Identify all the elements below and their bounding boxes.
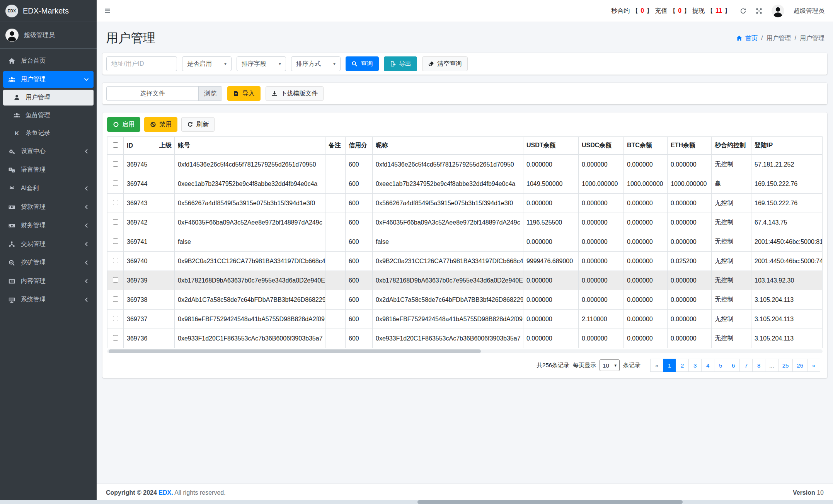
table-row: 3697420xF46035F66ba09A3c52Aee8e972bf1488… xyxy=(107,213,823,232)
pagination-page[interactable]: 3 xyxy=(688,359,702,372)
table-horizontal-scrollbar[interactable] xyxy=(107,349,823,353)
cell-usdt: 0.000000 xyxy=(523,290,579,310)
cell-ip: 67.4.143.75 xyxy=(751,213,823,232)
pagination-page[interactable]: 5 xyxy=(714,359,727,372)
sort-order-select[interactable]: 排序方式▾ xyxy=(291,56,341,71)
cell-parent xyxy=(156,271,175,290)
sidebar-item-ai-arbitrage[interactable]: AI套利 xyxy=(3,180,94,197)
breadcrumb-home-link[interactable]: 首页 xyxy=(736,34,758,43)
row-select-checkbox[interactable] xyxy=(113,296,118,302)
scrollbar-thumb[interactable] xyxy=(109,349,481,353)
scrollbar-thumb[interactable] xyxy=(417,500,683,504)
row-select-checkbox[interactable] xyxy=(113,180,118,186)
cell-account: 0xe933F1d20C1F863553cAc7b36B6006f3903b35… xyxy=(175,329,325,348)
file-input-group[interactable]: 选择文件 浏览 xyxy=(106,86,222,101)
pending-stats[interactable]: 秒合约【0】 充值【0】 提现【11】 xyxy=(611,7,731,15)
cell-btc: 0.000000 xyxy=(624,213,668,232)
pagination-page[interactable]: 25 xyxy=(778,359,793,372)
chevron-left-icon xyxy=(84,279,89,284)
sidebar-item-mining-management[interactable]: 挖矿管理 xyxy=(3,254,94,271)
row-select-checkbox[interactable] xyxy=(113,238,118,244)
search-input[interactable] xyxy=(106,56,177,71)
navbar-user-name[interactable]: 超级管理员 xyxy=(794,7,824,15)
footer-brand-link[interactable]: EDX. xyxy=(158,489,173,496)
sidebar-subitem-fry-management[interactable]: 鱼苗管理 xyxy=(3,107,94,123)
pagination-page[interactable]: » xyxy=(807,359,820,372)
sidebar-user-name[interactable]: 超级管理员 xyxy=(24,31,55,39)
refresh-icon[interactable] xyxy=(740,8,746,14)
query-button[interactable]: 查询 xyxy=(346,56,379,71)
cell-btc: 0.000000 xyxy=(624,232,668,252)
cell-btc: 1000.000000 xyxy=(624,174,668,194)
sidebar-item-content-management[interactable]: 内容管理 xyxy=(3,273,94,289)
pagination-page[interactable]: 1 xyxy=(663,359,676,372)
pagination-page[interactable]: ... xyxy=(765,359,778,372)
enabled-select[interactable]: 是否启用▾ xyxy=(182,56,232,71)
sidebar-item-settings-center[interactable]: 设置中心 xyxy=(3,143,94,160)
cell-id: 369736 xyxy=(124,329,156,348)
pagination-page[interactable]: 26 xyxy=(792,359,807,372)
per-page-select[interactable]: 10▾ xyxy=(600,359,620,371)
search-icon xyxy=(351,61,358,67)
row-select-checkbox[interactable] xyxy=(113,277,118,283)
sidebar-item-loan-management[interactable]: 贷款管理 xyxy=(3,199,94,215)
row-select-checkbox[interactable] xyxy=(113,219,118,225)
pagination-page[interactable]: 2 xyxy=(676,359,689,372)
cell-account: 0xF46035F66ba09A3c52Aee8e972bf148897dA24… xyxy=(175,213,325,232)
cell-nickname: 0xeec1ab7b2347952be9c4f8abbe32dd4fb94e0c… xyxy=(373,174,523,194)
footer-copyright: Copyright © 2024 EDX. All rights reserve… xyxy=(106,489,226,496)
stat-label: 充值 xyxy=(655,7,667,15)
sidebar-subitem-label: 鱼苗管理 xyxy=(26,111,50,119)
table-footer: 共256条记录 每页显示 10▾ 条记录 «12345678...2526» xyxy=(107,353,823,375)
sidebar-subitem-user-management[interactable]: 用户管理 xyxy=(3,90,94,106)
sidebar-item-dashboard[interactable]: 后台首页 xyxy=(3,53,94,69)
page-horizontal-scrollbar[interactable] xyxy=(0,500,833,504)
sidebar-item-trade-management[interactable]: 交易管理 xyxy=(3,236,94,252)
export-button[interactable]: 导出 xyxy=(384,56,417,71)
cell-control: 无控制 xyxy=(712,271,751,290)
navbar-avatar[interactable] xyxy=(772,5,784,17)
row-select-checkbox[interactable] xyxy=(113,316,118,321)
browse-button[interactable]: 浏览 xyxy=(198,87,222,100)
money-bill-icon xyxy=(8,204,16,211)
pagination-page[interactable]: 8 xyxy=(752,359,765,372)
fullscreen-icon[interactable] xyxy=(756,8,762,14)
row-select-checkbox[interactable] xyxy=(113,161,118,167)
clear-query-button[interactable]: 清空查询 xyxy=(422,56,468,71)
disable-button[interactable]: 禁用 xyxy=(144,117,177,132)
pagination-page[interactable]: 7 xyxy=(739,359,753,372)
cell-btc: 0.000000 xyxy=(624,155,668,174)
menu-toggle-icon[interactable] xyxy=(104,8,111,14)
sidebar-item-user-management[interactable]: 用户管理 xyxy=(3,71,94,88)
import-button[interactable]: 导入 xyxy=(227,86,261,101)
sort-field-select[interactable]: 排序字段▾ xyxy=(237,56,286,71)
cell-btc: 0.000000 xyxy=(624,252,668,271)
sidebar-item-language-management[interactable]: 语言管理 xyxy=(3,162,94,178)
refresh-button[interactable]: 刷新 xyxy=(181,117,215,132)
cell-ip: 3.105.204.113 xyxy=(751,329,823,348)
row-select-checkbox[interactable] xyxy=(113,200,118,205)
cell-control: 无控制 xyxy=(712,252,751,271)
user-table-body: 3697450xfd14536e26c5f4cd55f7812579255d26… xyxy=(107,155,823,348)
cell-btc: 0.000000 xyxy=(624,194,668,213)
user-table-card: 启用 禁用 刷新 ID 上级 账号 xyxy=(102,112,827,378)
sidebar-item-finance-management[interactable]: 财务管理 xyxy=(3,217,94,234)
row-select-checkbox[interactable] xyxy=(113,258,118,263)
sidebar-subitem-kill-records[interactable]: 杀鱼记录 xyxy=(3,125,94,141)
cell-parent xyxy=(156,290,175,310)
download-template-button[interactable]: 下载模版文件 xyxy=(266,86,324,101)
select-all-checkbox[interactable] xyxy=(113,142,118,148)
row-select-checkbox[interactable] xyxy=(113,335,118,341)
pagination-page[interactable]: 6 xyxy=(727,359,740,372)
cell-ip: 3.105.204.113 xyxy=(751,310,823,329)
row-select-cell xyxy=(107,194,124,213)
caret-down-icon: ▾ xyxy=(279,61,281,66)
pagination-page[interactable]: « xyxy=(650,359,663,372)
brand-link[interactable]: EDX EDX-Markets xyxy=(0,0,97,22)
sidebar-item-system-management[interactable]: 系统管理 xyxy=(3,291,94,308)
pagination-page[interactable]: 4 xyxy=(701,359,714,372)
enable-button[interactable]: 启用 xyxy=(107,117,140,132)
cell-id: 369738 xyxy=(124,290,156,310)
app-root: EDX EDX-Markets 超级管理员 后台首页 用户管理 用户管理 xyxy=(0,0,833,504)
cell-control: 无控制 xyxy=(712,155,751,174)
